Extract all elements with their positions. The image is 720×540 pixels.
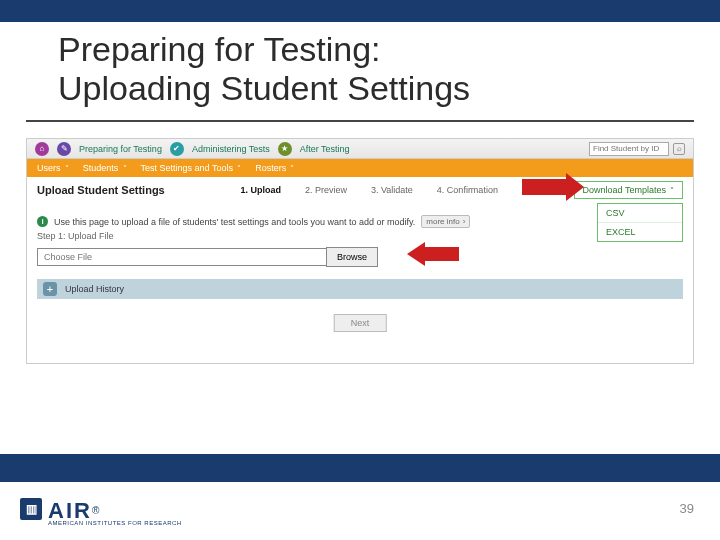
slide-title-block: Preparing for Testing: Uploading Student… [26, 22, 694, 122]
logo-subtitle: AMERICAN INSTITUTES FOR RESEARCH [48, 520, 182, 526]
tab-administering[interactable]: Administering Tests [192, 144, 270, 154]
subnav-rosters[interactable]: Rosters ˅ [255, 163, 294, 173]
dropdown-option-csv[interactable]: CSV [598, 204, 682, 222]
info-line: i Use this page to upload a file of stud… [37, 215, 470, 228]
subnav-tools[interactable]: Test Settings and Tools ˅ [141, 163, 242, 173]
info-icon: i [37, 216, 48, 227]
subnav-students[interactable]: Students ˅ [83, 163, 127, 173]
subnav-tools-label: Test Settings and Tools [141, 163, 233, 173]
top-tab-row: ⌂ ✎ Preparing for Testing ✔ Administerin… [27, 139, 693, 159]
callout-arrowhead-browse [407, 242, 425, 266]
chevron-down-icon: ˅ [670, 186, 674, 195]
page-number: 39 [680, 501, 694, 516]
section-header: Upload Student Settings 1. Upload 2. Pre… [37, 181, 683, 199]
download-templates-button[interactable]: Download Templates ˅ [574, 181, 683, 199]
tab-preparing[interactable]: Preparing for Testing [79, 144, 162, 154]
section-title: Upload Student Settings [37, 184, 165, 196]
logo-mark-icon: ▥ [20, 498, 42, 520]
tab-after[interactable]: After Testing [300, 144, 350, 154]
download-templates-wrap: Download Templates ˅ CSV EXCEL [574, 181, 683, 199]
info-text: Use this page to upload a file of studen… [54, 217, 415, 227]
administering-icon[interactable]: ✔ [170, 142, 184, 156]
home-icon[interactable]: ⌂ [35, 142, 49, 156]
preparing-icon[interactable]: ✎ [57, 142, 71, 156]
subnav-students-label: Students [83, 163, 119, 173]
callout-arrow-download [522, 179, 566, 195]
browse-button[interactable]: Browse [326, 247, 378, 267]
logo-mark-glyph: ▥ [26, 502, 37, 516]
download-templates-label: Download Templates [583, 185, 666, 195]
callout-arrowhead-download [566, 173, 584, 201]
wizard-steps: 1. Upload 2. Preview 3. Validate 4. Conf… [240, 185, 497, 195]
step-3: 3. Validate [371, 185, 413, 195]
logo-registered: ® [92, 505, 99, 516]
slide-top-bar [0, 0, 720, 22]
next-button[interactable]: Next [334, 314, 387, 332]
subnav-users[interactable]: Users ˅ [37, 163, 69, 173]
search-icon[interactable]: ⌕ [673, 143, 685, 155]
page-title: Preparing for Testing: Uploading Student… [58, 30, 662, 108]
subnav-users-label: Users [37, 163, 61, 173]
callout-arrow-browse [425, 247, 459, 261]
subnav-rosters-label: Rosters [255, 163, 286, 173]
choose-file-row: Browse [37, 247, 683, 267]
choose-file-input[interactable] [37, 248, 327, 266]
after-icon[interactable]: ★ [278, 142, 292, 156]
title-line-1: Preparing for Testing: [58, 30, 381, 68]
upload-history-bar[interactable]: + Upload History [37, 279, 683, 299]
embedded-screenshot: ⌂ ✎ Preparing for Testing ✔ Administerin… [26, 138, 694, 364]
orange-subnav: Users ˅ Students ˅ Test Settings and Too… [27, 159, 693, 177]
chevron-right-icon: › [463, 217, 466, 226]
more-info-button[interactable]: more info › [421, 215, 470, 228]
air-logo: ▥ AIR® AMERICAN INSTITUTES FOR RESEARCH [20, 498, 182, 526]
upload-history-label: Upload History [65, 284, 124, 294]
student-search: ⌕ [589, 142, 685, 156]
step-4: 4. Confirmation [437, 185, 498, 195]
bottom-stripe [0, 454, 720, 482]
more-info-label: more info [426, 217, 459, 226]
download-templates-dropdown: CSV EXCEL [597, 203, 683, 242]
step-1: 1. Upload [240, 185, 281, 195]
plus-icon: + [43, 282, 57, 296]
step-2: 2. Preview [305, 185, 347, 195]
dropdown-option-excel[interactable]: EXCEL [598, 222, 682, 241]
title-line-2: Uploading Student Settings [58, 69, 470, 107]
search-input[interactable] [589, 142, 669, 156]
slide-bottom-band: ▥ AIR® AMERICAN INSTITUTES FOR RESEARCH … [0, 454, 720, 540]
step-1-label: Step 1: Upload File [37, 231, 114, 241]
